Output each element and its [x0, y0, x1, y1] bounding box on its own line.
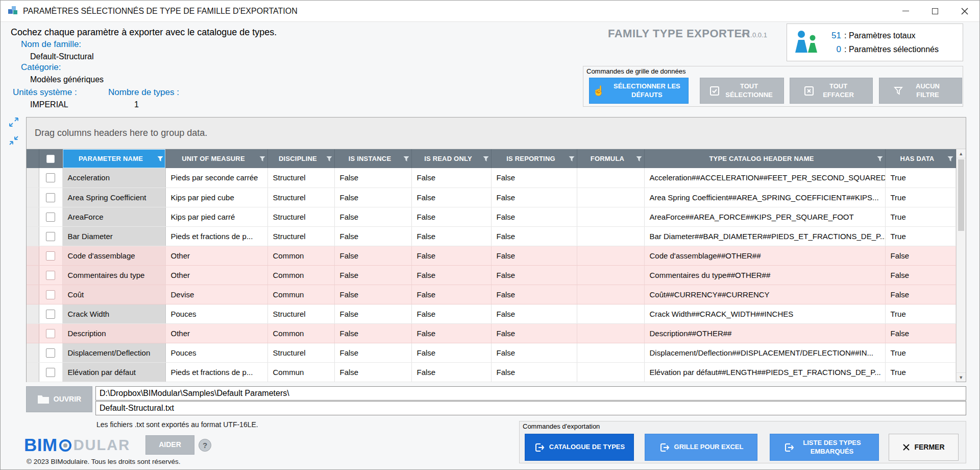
column-header-is-instance[interactable]: IS INSTANCE [334, 149, 411, 168]
cell-type-catalog-header-name: Crack Width##CRACK_WIDTH##INCHES [644, 304, 885, 323]
embedded-types-list-button[interactable]: LISTE DES TYPES EMBARQUÉS [770, 434, 879, 461]
export-icon [659, 442, 670, 453]
cell-has-data: False [885, 246, 955, 265]
scroll-down-arrow[interactable]: ▼ [957, 372, 966, 382]
row-checkbox-cell[interactable] [39, 285, 62, 304]
close-x-icon [902, 443, 910, 451]
select-all-button[interactable]: TOUT SÉLECTIONNE [700, 78, 784, 104]
filter-icon[interactable] [326, 156, 332, 161]
filter-icon[interactable] [157, 156, 163, 161]
filter-icon[interactable] [403, 156, 409, 161]
filter-icon[interactable] [483, 156, 489, 161]
excel-grid-button[interactable]: GRILLE POUR EXCEL [645, 434, 757, 461]
row-checkbox[interactable] [46, 290, 55, 299]
column-header-formula[interactable]: FORMULA [577, 149, 644, 168]
table-row[interactable]: Crack Width Pouces Structurel False Fals… [27, 304, 955, 323]
vertical-scrollbar[interactable]: ▲ ▼ [956, 149, 966, 382]
select-all-header[interactable] [39, 149, 62, 168]
logo-dular-text: DULAR [74, 437, 131, 454]
row-indicator [27, 323, 39, 343]
cell-is-read-only: False [411, 323, 491, 343]
scroll-up-arrow[interactable]: ▲ [957, 149, 966, 158]
cell-is-reporting: False [491, 246, 577, 265]
type-catalog-button[interactable]: CATALOGUE DE TYPES [525, 434, 634, 461]
table-row[interactable]: Description Other Common False False Fal… [27, 323, 955, 343]
row-indicator [27, 207, 39, 226]
cell-unit-of-measure: Pieds et fractions de p... [165, 362, 267, 382]
cell-formula [577, 343, 644, 362]
cell-is-reporting: False [491, 168, 577, 187]
row-indicator [27, 226, 39, 246]
row-indicator [27, 362, 39, 382]
maximize-button[interactable] [920, 1, 950, 21]
row-checkbox[interactable] [46, 213, 55, 222]
row-checkbox[interactable] [46, 251, 55, 261]
cell-is-reporting: False [491, 304, 577, 323]
column-header-parameter-name[interactable]: PARAMETER NAME [62, 149, 165, 168]
column-header-type-catalog-header-name[interactable]: TYPE CATALOG HEADER NAME [644, 149, 885, 168]
row-checkbox[interactable] [46, 348, 55, 358]
row-checkbox[interactable] [46, 271, 55, 280]
row-checkbox[interactable] [46, 193, 55, 202]
group-by-bar[interactable]: Drag columns headers here to group data. [27, 118, 966, 149]
select-all-checkbox[interactable] [46, 155, 55, 163]
table-row[interactable]: Acceleration Pieds par seconde carrée St… [27, 168, 955, 187]
row-checkbox[interactable] [46, 173, 55, 182]
column-header-is-reporting[interactable]: IS REPORTING [491, 149, 577, 168]
collapse-grid-button[interactable] [8, 134, 20, 147]
row-checkbox-cell[interactable] [39, 265, 62, 285]
row-checkbox[interactable] [46, 368, 55, 377]
scrollbar-thumb[interactable] [958, 159, 965, 231]
table-row[interactable]: Commentaires du type Other Common False … [27, 265, 955, 285]
cell-discipline: Structurel [267, 168, 334, 187]
column-header-is-read-only[interactable]: IS READ ONLY [411, 149, 491, 168]
cell-parameter-name: Acceleration [62, 168, 165, 187]
row-checkbox-cell[interactable] [39, 187, 62, 207]
row-checkbox-cell[interactable] [39, 207, 62, 226]
cell-is-reporting: False [491, 187, 577, 207]
table-row[interactable]: AreaForce Kips par pied carré Structurel… [27, 207, 955, 226]
parameter-stats-panel: 51: Paramètres totaux 0: Paramètres séle… [787, 24, 963, 61]
app-window: PARAMÈTRES SÉLECTIONNÉS DE TYPE DE FAMIL… [0, 0, 980, 470]
cell-is-instance: False [334, 285, 411, 304]
open-button[interactable]: OUVRIR [26, 386, 92, 412]
close-button[interactable] [950, 1, 979, 21]
filter-icon[interactable] [569, 156, 575, 161]
row-checkbox-cell[interactable] [39, 226, 62, 246]
row-checkbox-cell[interactable] [39, 323, 62, 343]
row-checkbox-cell[interactable] [39, 304, 62, 323]
filter-icon[interactable] [947, 156, 953, 161]
minimize-button[interactable] [891, 1, 920, 21]
filter-icon[interactable] [636, 156, 642, 161]
filter-icon[interactable] [259, 156, 265, 161]
row-checkbox-cell[interactable] [39, 343, 62, 362]
column-header-discipline[interactable]: DISCIPLINE [267, 149, 334, 168]
table-row[interactable]: Bar Diameter Pieds et fractions de p... … [27, 226, 955, 246]
cell-is-read-only: False [411, 187, 491, 207]
help-button[interactable]: AIDER [145, 435, 194, 455]
help-question-icon[interactable]: ? [199, 439, 211, 452]
expand-grid-button[interactable] [8, 116, 20, 128]
no-filter-button[interactable]: AUCUN FILTRE [879, 78, 962, 104]
clear-all-button[interactable]: TOUT EFFACER [790, 78, 873, 104]
row-checkbox-cell[interactable] [39, 362, 62, 382]
row-checkbox[interactable] [46, 310, 55, 319]
row-checkbox-cell[interactable] [39, 246, 62, 265]
row-checkbox-cell[interactable] [39, 168, 62, 187]
table-row[interactable]: Coût Devise Commun False False False Coû… [27, 285, 955, 304]
export-path-input[interactable] [95, 386, 966, 401]
table-row[interactable]: Area Spring Coefficient Kips par pied cu… [27, 187, 955, 207]
table-row[interactable]: Code d'assemblage Other Common False Fal… [27, 246, 955, 265]
filter-icon[interactable] [877, 156, 883, 161]
row-checkbox[interactable] [46, 232, 55, 241]
close-dialog-button[interactable]: FERMER [889, 434, 959, 461]
export-filename-input[interactable] [95, 401, 966, 415]
cell-type-catalog-header-name: Elévation par défaut##LENGTH##PIEDS_ET_F… [644, 362, 885, 382]
column-header-has-data[interactable]: HAS DATA [885, 149, 955, 168]
row-checkbox[interactable] [46, 329, 55, 338]
table-row[interactable]: Displacement/Deflection Pouces Structure… [27, 343, 955, 362]
table-row[interactable]: Elévation par défaut Pieds et fractions … [27, 362, 955, 382]
cell-parameter-name: Crack Width [62, 304, 165, 323]
select-defaults-button[interactable]: ☝ SÉLECTIONNER LES DÉFAUTS [589, 78, 689, 104]
column-header-unit-of-measure[interactable]: UNIT OF MEASURE [165, 149, 267, 168]
